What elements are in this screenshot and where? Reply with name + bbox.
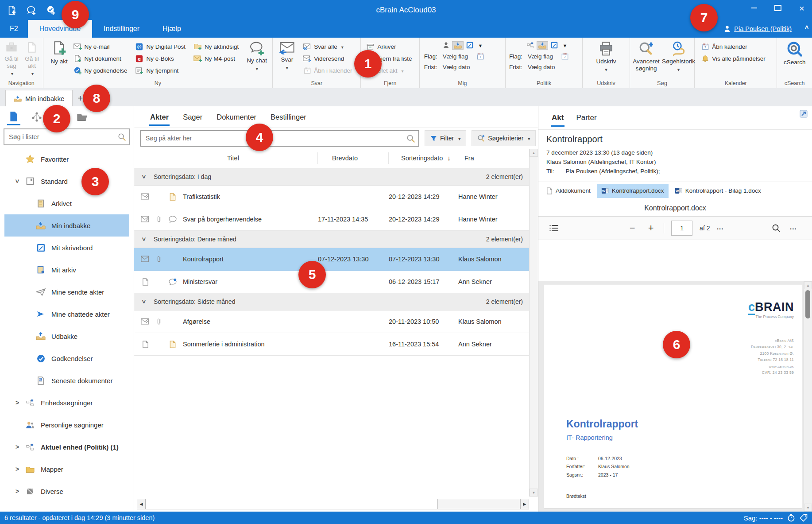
chevron-down-icon[interactable]: > — [14, 179, 21, 183]
list-row-ministersvar[interactable]: Ministersvar 06-12-2023 15:17 Ann Sekner — [134, 271, 538, 293]
chevron-right-icon[interactable]: > — [15, 443, 19, 450]
stopwatch-icon[interactable] — [787, 514, 795, 522]
sidebar-item-udbakke[interactable]: Udbakke — [4, 325, 129, 347]
svar-alle-button[interactable]: Svar alle — [301, 41, 354, 52]
sidebar-item-min-indbakke[interactable]: Min indbakke — [4, 214, 129, 237]
ny-eboks-button[interactable]: e Ny e-Boks — [133, 53, 187, 64]
search-in-document-icon[interactable] — [772, 224, 781, 233]
sogehistorik-button[interactable]: Søgehistorik — [663, 39, 694, 73]
group-header-idag[interactable]: > Sorteringsdato: I dag 2 element(er) — [134, 168, 538, 186]
chevron-down-icon[interactable]: > — [140, 175, 147, 179]
tab-bestillinger[interactable]: Bestillinger — [264, 106, 313, 128]
mig-date-select[interactable]: Vælg dato — [443, 64, 470, 70]
filter-button[interactable]: Filter — [425, 130, 466, 146]
ny-aktindsigt-button[interactable]: Ny aktindsigt — [192, 41, 240, 52]
document-scrollbar[interactable]: ▲ ▼ — [804, 281, 812, 512]
nyt-dokument-button[interactable]: Nyt dokument — [72, 53, 129, 64]
abn-kalender-button[interactable]: 7 Åbn kalender — [699, 41, 767, 52]
close-button[interactable]: × — [795, 3, 808, 13]
sogekriterier-button[interactable]: Søgekriterier — [472, 130, 536, 146]
politik-calendar-icon[interactable]: 7 — [561, 53, 568, 60]
scroll-left-icon[interactable]: ◀ — [137, 499, 146, 509]
list-row-svar-borgerhenvendelse[interactable]: Svar på borgerhenvendelse 17-11-2023 14:… — [134, 208, 538, 231]
vis-paamindelser-button[interactable]: Vis alle påmindelser — [699, 53, 767, 64]
ny-godkendelse-button[interactable]: Ny godkendelse — [72, 65, 129, 76]
list-row-trafikstatistik[interactable]: Trafikstatistik 20-12-2023 14:29 Hanne W… — [134, 186, 538, 208]
udskriv-button[interactable]: Udskriv — [592, 39, 620, 73]
ny-akt-button[interactable]: Ny akt — [47, 39, 72, 65]
tab-akter[interactable]: Akter — [144, 106, 175, 128]
tab-parter[interactable]: Parter — [571, 106, 602, 129]
sidebar-item-mine-sendte-akter[interactable]: Mine sendte akter — [4, 281, 129, 303]
inbox-flag-icon[interactable] — [452, 41, 464, 50]
lists-view-icon[interactable] — [7, 109, 20, 125]
maximize-button[interactable] — [771, 3, 785, 13]
list-row-afgorelse[interactable]: Afgørelse 20-11-2023 10:50 Klaus Salomon — [134, 311, 538, 333]
group-header-sidste-maaned[interactable]: > Sorteringsdato: Sidste måned 2 element… — [134, 293, 538, 311]
list-row-sommerferie[interactable]: Sommerferie i administration 16-11-2023 … — [134, 333, 538, 356]
more-options-icon[interactable] — [790, 224, 797, 232]
unit-desktop-flag-icon[interactable] — [551, 42, 558, 49]
folders-view-icon[interactable] — [76, 109, 89, 124]
sidebar-item-personlige-sogninger[interactable]: Personlige søgninger — [4, 414, 129, 436]
csearch-button[interactable]: cSearch — [781, 39, 808, 66]
tab-akt[interactable]: Akt — [546, 106, 569, 129]
chevron-right-icon[interactable]: > — [15, 466, 19, 473]
sidebar-search-input[interactable] — [8, 133, 118, 141]
videresend-button[interactable]: Videresend — [301, 53, 354, 64]
minimize-button[interactable] — [747, 3, 761, 13]
attachment-kontrolrapport-bilag1-docx[interactable]: W Kontrolrapport - Bilag 1.docx — [670, 184, 766, 198]
list-tab-min-indbakke[interactable]: Min indbakke — [5, 90, 73, 106]
tab-hjaelp[interactable]: Hjælp — [151, 20, 193, 38]
sidebar-item-favoritter[interactable]: Favoritter — [4, 148, 129, 170]
politik-flag-dropdown-icon[interactable]: ▼ — [563, 43, 568, 48]
ny-email-button[interactable]: Ny e-mail — [72, 41, 129, 52]
scroll-up-icon[interactable]: ▲ — [530, 149, 538, 157]
zoom-out-button[interactable]: − — [626, 222, 638, 234]
chevron-right-icon[interactable]: > — [15, 399, 19, 406]
scrollbar-thumb[interactable] — [805, 290, 810, 318]
popout-icon[interactable] — [800, 110, 808, 118]
politik-flag-select[interactable]: Vælg flag — [528, 53, 553, 60]
chevron-down-icon[interactable]: > — [140, 300, 147, 303]
list-vertical-scrollbar[interactable]: ▲ ▼ — [529, 149, 538, 497]
sidebar-item-mit-arkiv[interactable]: Mit arkiv — [4, 259, 129, 281]
ny-chat-button[interactable]: Ny chat — [243, 39, 271, 72]
sidebar-item-enhedssogninger[interactable]: > Enhedssøgninger — [4, 392, 129, 414]
new-document-icon[interactable] — [6, 4, 18, 16]
attachment-aktdokument[interactable]: Aktdokument — [542, 184, 595, 198]
scroll-down-icon[interactable]: ▼ — [804, 504, 812, 512]
sidebar-item-mapper[interactable]: > Mapper — [4, 458, 129, 480]
column-fra[interactable]: Fra — [458, 155, 538, 162]
abn-i-kalender-button[interactable]: 7 Åbn i kalender — [301, 65, 354, 76]
avanceret-sogning-button[interactable]: Avanceret søgning — [630, 39, 662, 72]
ny-fjernprint-button[interactable]: Ny fjernprint — [133, 65, 187, 76]
sidebar-item-mit-skrivebord[interactable]: Mit skrivebord — [4, 237, 129, 259]
ny-digital-post-button[interactable]: @ Ny Digital Post — [133, 41, 187, 52]
scroll-up-icon[interactable]: ▲ — [804, 281, 812, 289]
desktop-flag-icon[interactable] — [466, 42, 473, 49]
mig-flag-select[interactable]: Vælg flag — [443, 53, 468, 60]
unit-inbox-flag-icon[interactable] — [537, 41, 548, 50]
ga-til-akt-button[interactable]: Gå til akt — [22, 39, 42, 77]
column-brevdato[interactable]: Brevdato — [318, 152, 389, 164]
new-approval-icon[interactable] — [45, 4, 57, 16]
tab-sager[interactable]: Sager — [177, 106, 209, 128]
zoom-in-button[interactable]: + — [645, 222, 657, 234]
new-chat-icon[interactable] — [26, 4, 37, 16]
column-sorteringsdato[interactable]: Sorteringsdato — [389, 152, 458, 164]
chevron-right-icon[interactable]: > — [15, 488, 19, 495]
ga-til-sag-button[interactable]: Gå til sag — [2, 39, 21, 77]
collapse-ribbon-icon[interactable]: > — [803, 25, 810, 29]
group-header-denne-maaned[interactable]: > Sorteringsdato: Denne måned 2 element(… — [134, 231, 538, 248]
sidebar-item-arkivet[interactable]: Arkivet — [4, 192, 129, 214]
sidebar-item-standard[interactable]: > Standard — [4, 170, 129, 192]
mig-flag-dropdown-icon[interactable]: ▼ — [478, 43, 483, 48]
sidebar-item-godkendelser[interactable]: Godkendelser — [4, 347, 129, 369]
sidebar-item-mine-chattede-akter[interactable]: Mine chattede akter — [4, 303, 129, 325]
svar-button[interactable]: Svar — [275, 39, 298, 71]
list-row-kontrolrapport[interactable]: Kontrolrapport 07-12-2023 13:30 07-12-20… — [134, 248, 538, 271]
sidebar-item-diverse[interactable]: > Diverse — [4, 480, 129, 502]
sidebar-item-seneste-dokumenter[interactable]: A Seneste dokumenter — [4, 369, 129, 392]
tab-f2[interactable]: F2 — [0, 20, 28, 38]
